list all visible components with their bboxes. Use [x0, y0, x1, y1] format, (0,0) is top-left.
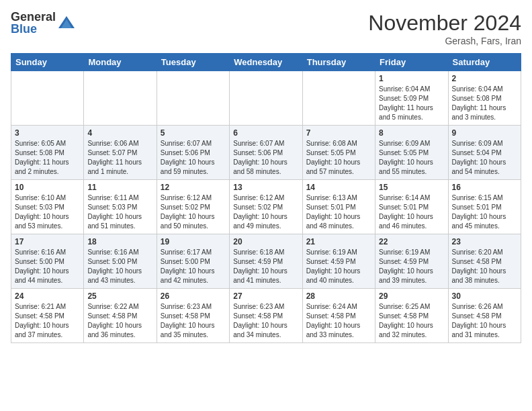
day-info: Sunrise: 6:08 AMSunset: 5:05 PMDaylight:…: [306, 139, 371, 177]
calendar-cell: 19Sunrise: 6:17 AMSunset: 5:00 PMDayligh…: [157, 234, 229, 289]
day-number: 14: [306, 183, 371, 192]
calendar-cell: 8Sunrise: 6:09 AMSunset: 5:05 PMDaylight…: [375, 126, 448, 180]
calendar-cell: 13Sunrise: 6:12 AMSunset: 5:02 PMDayligh…: [230, 180, 302, 234]
day-number: 19: [161, 237, 226, 246]
calendar-cell: 6Sunrise: 6:07 AMSunset: 5:06 PMDaylight…: [230, 126, 302, 180]
calendar-cell: 23Sunrise: 6:20 AMSunset: 4:58 PMDayligh…: [448, 234, 521, 289]
calendar-cell: 17Sunrise: 6:16 AMSunset: 5:00 PMDayligh…: [11, 234, 84, 289]
day-info: Sunrise: 6:24 AMSunset: 4:58 PMDaylight:…: [306, 302, 371, 340]
calendar-cell: 5Sunrise: 6:07 AMSunset: 5:06 PMDaylight…: [157, 126, 229, 180]
day-number: 8: [379, 128, 444, 138]
day-number: 10: [15, 183, 80, 192]
title-block: November 2024 Gerash, Fars, Iran: [368, 11, 521, 46]
col-tuesday: Tuesday: [157, 54, 229, 71]
calendar-cell: 4Sunrise: 6:06 AMSunset: 5:07 PMDaylight…: [84, 126, 157, 180]
day-number: 21: [306, 237, 371, 246]
calendar-week-4: 24Sunrise: 6:21 AMSunset: 4:58 PMDayligh…: [11, 289, 521, 343]
calendar: Sunday Monday Tuesday Wednesday Thursday…: [11, 53, 521, 343]
calendar-cell: 3Sunrise: 6:05 AMSunset: 5:08 PMDaylight…: [11, 126, 84, 180]
day-info: Sunrise: 6:23 AMSunset: 4:58 PMDaylight:…: [233, 302, 298, 340]
day-info: Sunrise: 6:05 AMSunset: 5:08 PMDaylight:…: [15, 139, 80, 177]
day-info: Sunrise: 6:09 AMSunset: 5:04 PMDaylight:…: [452, 139, 517, 177]
day-number: 17: [15, 237, 80, 246]
day-number: 12: [161, 183, 226, 192]
day-number: 22: [379, 237, 444, 246]
logo-blue: Blue: [11, 23, 56, 35]
day-number: 28: [306, 291, 371, 301]
day-number: 5: [161, 128, 226, 138]
day-info: Sunrise: 6:21 AMSunset: 4:58 PMDaylight:…: [15, 302, 80, 340]
calendar-cell: 10Sunrise: 6:10 AMSunset: 5:03 PMDayligh…: [11, 180, 84, 234]
calendar-cell: 16Sunrise: 6:15 AMSunset: 5:01 PMDayligh…: [448, 180, 521, 234]
day-number: 3: [15, 128, 80, 138]
day-number: 29: [379, 291, 444, 301]
day-info: Sunrise: 6:19 AMSunset: 4:59 PMDaylight:…: [379, 248, 444, 285]
day-number: 13: [233, 183, 298, 192]
day-info: Sunrise: 6:26 AMSunset: 4:58 PMDaylight:…: [452, 302, 517, 340]
calendar-cell: 20Sunrise: 6:18 AMSunset: 4:59 PMDayligh…: [230, 234, 302, 289]
calendar-cell: 2Sunrise: 6:04 AMSunset: 5:08 PMDaylight…: [448, 71, 521, 126]
col-wednesday: Wednesday: [230, 54, 302, 71]
day-info: Sunrise: 6:19 AMSunset: 4:59 PMDaylight:…: [306, 248, 371, 285]
day-number: 24: [15, 291, 80, 301]
day-number: 6: [233, 128, 298, 138]
day-number: 4: [87, 128, 152, 138]
logo-icon: [57, 13, 76, 32]
calendar-cell: 24Sunrise: 6:21 AMSunset: 4:58 PMDayligh…: [11, 289, 84, 343]
day-number: 11: [87, 183, 152, 192]
day-info: Sunrise: 6:25 AMSunset: 4:58 PMDaylight:…: [379, 302, 444, 340]
day-info: Sunrise: 6:09 AMSunset: 5:05 PMDaylight:…: [379, 139, 444, 177]
day-info: Sunrise: 6:14 AMSunset: 5:01 PMDaylight:…: [379, 193, 444, 231]
calendar-cell: 25Sunrise: 6:22 AMSunset: 4:58 PMDayligh…: [84, 289, 157, 343]
day-number: 1: [379, 74, 444, 83]
day-info: Sunrise: 6:12 AMSunset: 5:02 PMDaylight:…: [233, 193, 298, 231]
calendar-cell: 12Sunrise: 6:12 AMSunset: 5:02 PMDayligh…: [157, 180, 229, 234]
calendar-week-0: 1Sunrise: 6:04 AMSunset: 5:09 PMDaylight…: [11, 71, 521, 126]
calendar-cell: [84, 71, 157, 126]
day-info: Sunrise: 6:04 AMSunset: 5:08 PMDaylight:…: [452, 85, 517, 122]
calendar-cell: 1Sunrise: 6:04 AMSunset: 5:09 PMDaylight…: [375, 71, 448, 126]
col-sunday: Sunday: [11, 54, 84, 71]
day-number: 2: [452, 74, 517, 83]
day-info: Sunrise: 6:13 AMSunset: 5:01 PMDaylight:…: [306, 193, 371, 231]
day-number: 23: [452, 237, 517, 246]
logo-general: General: [11, 11, 56, 23]
calendar-cell: 28Sunrise: 6:24 AMSunset: 4:58 PMDayligh…: [302, 289, 375, 343]
day-info: Sunrise: 6:15 AMSunset: 5:01 PMDaylight:…: [452, 193, 517, 231]
calendar-cell: 11Sunrise: 6:11 AMSunset: 5:03 PMDayligh…: [84, 180, 157, 234]
month-title: November 2024: [368, 11, 521, 36]
day-info: Sunrise: 6:04 AMSunset: 5:09 PMDaylight:…: [379, 85, 444, 122]
day-info: Sunrise: 6:17 AMSunset: 5:00 PMDaylight:…: [161, 248, 226, 285]
calendar-cell: [302, 71, 375, 126]
calendar-week-2: 10Sunrise: 6:10 AMSunset: 5:03 PMDayligh…: [11, 180, 521, 234]
day-number: 16: [452, 183, 517, 192]
header: General Blue November 2024 Gerash, Fars,…: [11, 11, 521, 46]
day-info: Sunrise: 6:16 AMSunset: 5:00 PMDaylight:…: [87, 248, 152, 285]
day-number: 15: [379, 183, 444, 192]
calendar-cell: [230, 71, 302, 126]
calendar-cell: 9Sunrise: 6:09 AMSunset: 5:04 PMDaylight…: [448, 126, 521, 180]
day-info: Sunrise: 6:12 AMSunset: 5:02 PMDaylight:…: [161, 193, 226, 231]
calendar-body: 1Sunrise: 6:04 AMSunset: 5:09 PMDaylight…: [11, 71, 521, 343]
col-saturday: Saturday: [448, 54, 521, 71]
day-number: 20: [233, 237, 298, 246]
day-info: Sunrise: 6:07 AMSunset: 5:06 PMDaylight:…: [233, 139, 298, 177]
day-info: Sunrise: 6:23 AMSunset: 4:58 PMDaylight:…: [161, 302, 226, 340]
col-friday: Friday: [375, 54, 448, 71]
logo-text: General Blue: [11, 11, 56, 35]
calendar-cell: 27Sunrise: 6:23 AMSunset: 4:58 PMDayligh…: [230, 289, 302, 343]
calendar-week-1: 3Sunrise: 6:05 AMSunset: 5:08 PMDaylight…: [11, 126, 521, 180]
day-info: Sunrise: 6:18 AMSunset: 4:59 PMDaylight:…: [233, 248, 298, 285]
calendar-cell: 7Sunrise: 6:08 AMSunset: 5:05 PMDaylight…: [302, 126, 375, 180]
calendar-cell: 26Sunrise: 6:23 AMSunset: 4:58 PMDayligh…: [157, 289, 229, 343]
day-number: 30: [452, 291, 517, 301]
day-info: Sunrise: 6:06 AMSunset: 5:07 PMDaylight:…: [87, 139, 152, 177]
col-monday: Monday: [84, 54, 157, 71]
calendar-week-3: 17Sunrise: 6:16 AMSunset: 5:00 PMDayligh…: [11, 234, 521, 289]
page: General Blue November 2024 Gerash, Fars,…: [0, 0, 532, 349]
calendar-cell: 21Sunrise: 6:19 AMSunset: 4:59 PMDayligh…: [302, 234, 375, 289]
day-info: Sunrise: 6:10 AMSunset: 5:03 PMDaylight:…: [15, 193, 80, 231]
day-info: Sunrise: 6:11 AMSunset: 5:03 PMDaylight:…: [87, 193, 152, 231]
day-number: 25: [87, 291, 152, 301]
header-row: Sunday Monday Tuesday Wednesday Thursday…: [11, 54, 521, 71]
